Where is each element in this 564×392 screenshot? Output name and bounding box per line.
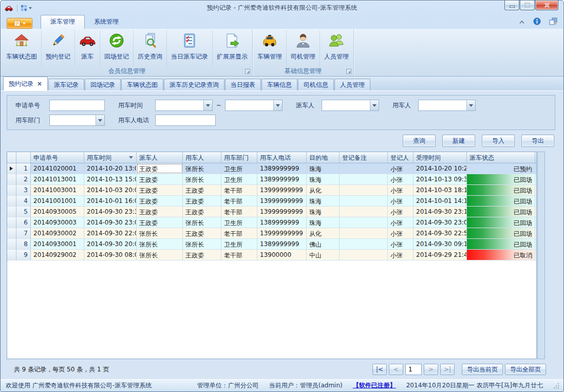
table-row[interactable]: 3201410030012014-10-03 20:00王政委王政委老干部139… <box>7 185 536 196</box>
grid-cell[interactable]: 2014-09-30 23:30 <box>84 207 137 217</box>
grid-cell[interactable]: 小张 <box>388 196 413 206</box>
grid-cell[interactable]: 20141020001 <box>31 163 84 174</box>
dialog-launcher-icon[interactable] <box>245 69 250 74</box>
grid-cell[interactable]: 张所长 <box>183 174 221 184</box>
grid-cell[interactable]: 小张 <box>388 217 413 228</box>
grid-cell[interactable] <box>340 250 388 260</box>
grid-cell[interactable]: 王政委 <box>137 196 183 206</box>
prev-page-button[interactable]: < <box>389 364 403 375</box>
quick-access-layout-button[interactable] <box>21 5 32 11</box>
history-query-button[interactable]: 历史查询 <box>134 30 167 66</box>
grid-cell[interactable]: 老干部 <box>221 196 257 206</box>
close-tab-icon[interactable]: × <box>37 80 42 87</box>
personnel-mgmt-button[interactable]: 人员管理 <box>320 30 353 66</box>
grid-cell[interactable]: 20140930001 <box>31 239 84 249</box>
table-row[interactable]: 5201409300052014-09-30 23:30王政委王政委老干部139… <box>7 207 536 217</box>
tab-return-records[interactable]: 回场记录 <box>85 79 121 90</box>
export-all-pages-button[interactable]: 导出全部页 <box>505 364 546 375</box>
grid-cell[interactable]: 小张 <box>388 163 413 174</box>
first-page-button[interactable]: |< <box>372 364 387 375</box>
grid-cell[interactable]: 珠海 <box>307 217 340 228</box>
table-row[interactable]: 7201409300022014-09-30 22:00张所长王政委老干部139… <box>7 228 536 239</box>
column-header[interactable]: 派车人 <box>137 152 183 163</box>
grid-cell[interactable] <box>340 207 388 217</box>
table-row[interactable]: 6201409300032014-09-30 23:00王政委张所长卫生所138… <box>7 217 536 228</box>
tab-vehicle-status-map[interactable]: 车辆状态图 <box>121 79 163 90</box>
grid-cell[interactable]: 张所长 <box>183 217 221 228</box>
grid-cell[interactable]: 小张 <box>388 174 413 184</box>
grid-cell[interactable]: 王政委 <box>137 185 183 195</box>
grid-cell[interactable]: 2014-10-01 14:19 <box>413 196 467 206</box>
vertical-scrollbar[interactable] <box>537 152 545 359</box>
grid-cell[interactable]: 小张 <box>388 250 413 260</box>
use-time-to-combobox[interactable] <box>225 100 283 111</box>
grid-cell[interactable]: 小张 <box>388 228 413 238</box>
vehicle-status-map-button[interactable]: 车辆状态图 <box>2 30 42 66</box>
table-row[interactable]: 8201409300012014-09-30 20:00张所长张所长卫生所138… <box>7 239 536 250</box>
grid-cell[interactable] <box>340 228 388 238</box>
order-no-input[interactable] <box>49 100 105 111</box>
grid-cell[interactable]: 小张 <box>388 185 413 195</box>
tab-dispatch-history-query[interactable]: 派车历史记录查询 <box>164 79 224 90</box>
grid-cell[interactable]: 20140929002 <box>31 250 84 260</box>
grid-cell[interactable]: 张所长 <box>137 239 183 249</box>
grid-cell[interactable]: 13999999999 <box>257 228 307 238</box>
grid-cell[interactable]: 20141001001 <box>31 196 84 206</box>
grid-cell[interactable]: 王政委 <box>183 185 221 195</box>
grid-cell[interactable]: 2014-10-03 20:00 <box>84 185 137 195</box>
vehicle-mgmt-button[interactable]: 车辆管理 <box>253 30 287 66</box>
phone-input[interactable] <box>155 115 216 126</box>
column-header[interactable]: 用车人 <box>183 152 221 163</box>
import-button[interactable]: 导入 <box>482 135 515 147</box>
column-header[interactable]: 目的地 <box>307 152 340 163</box>
grid-cell[interactable]: 王政委 <box>183 196 221 206</box>
grid-cell[interactable]: 2014-10-13 09:34 <box>413 174 467 184</box>
dispatch-status-cell[interactable]: 已回场 <box>467 185 535 195</box>
grid-cell[interactable]: 珠海 <box>307 196 340 206</box>
grid-cell[interactable] <box>340 163 388 174</box>
grid-cell[interactable]: 2014-09-30 20:00 <box>84 239 137 249</box>
grid-cell[interactable] <box>340 185 388 195</box>
column-header[interactable]: 用车部门 <box>221 152 257 163</box>
return-register-button[interactable]: 回场登记 <box>100 30 134 66</box>
column-header[interactable]: 受理时间 <box>413 152 467 163</box>
grid-cell[interactable]: 老干部 <box>221 207 257 217</box>
grid-cell[interactable]: 2014-10-03 18:11 <box>413 185 467 195</box>
grid-cell[interactable]: 1389999999 <box>257 217 307 228</box>
column-header[interactable]: 用车时间 <box>84 152 137 163</box>
dialog-launcher-icon[interactable] <box>346 69 351 74</box>
grid-cell[interactable] <box>340 196 388 206</box>
export-button[interactable]: 导出 <box>521 135 554 147</box>
grid-cell[interactable]: 卫生所 <box>221 217 257 228</box>
tab-dispatch-records[interactable]: 派车记录 <box>48 79 84 90</box>
grid-cell[interactable]: 1389999999 <box>257 239 307 249</box>
dispatch-button[interactable]: 派车 <box>75 30 100 66</box>
dispatch-status-cell[interactable]: 已回场 <box>467 196 535 206</box>
grid-cell[interactable]: 2014-09-30 08:00 <box>84 250 137 260</box>
dispatch-status-cell[interactable]: 已取消 <box>467 250 535 260</box>
table-row[interactable]: 4201410010012014-10-01 16:00王政委王政委老干部139… <box>7 196 536 207</box>
dispatch-status-cell[interactable]: 已回场 <box>467 174 535 184</box>
grid-cell[interactable]: 2014-09-30 23:14 <box>413 207 467 217</box>
query-button[interactable]: 查询 <box>403 135 436 147</box>
grid-cell[interactable]: 张所长 <box>183 239 221 249</box>
page-number-input[interactable] <box>405 364 422 375</box>
grid-cell[interactable]: 王政委 <box>183 228 221 238</box>
grid-cell[interactable]: 2014-09-30 22:00 <box>84 228 137 238</box>
column-header[interactable]: 登记备注 <box>340 152 388 163</box>
dispatch-status-cell[interactable]: 已回场 <box>467 239 535 249</box>
switch-window-icon[interactable] <box>549 17 557 27</box>
grid-cell[interactable]: 卫生所 <box>221 239 257 249</box>
grid-cell[interactable]: 20141013001 <box>31 174 84 184</box>
grid-cell[interactable]: 13999999999 <box>257 185 307 195</box>
app-menu-button[interactable] <box>7 18 32 29</box>
grid-cell[interactable]: 20140930005 <box>31 207 84 217</box>
license-registered-link[interactable]: 【软件已注册】 <box>353 381 396 390</box>
column-header[interactable]: 用车人电话 <box>257 152 307 163</box>
grid-cell[interactable]: 2014-09-30 23:05 <box>413 217 467 228</box>
driver-mgmt-button[interactable]: 司机管理 <box>287 30 320 66</box>
grid-cell[interactable]: 老干部 <box>221 250 257 260</box>
grid-cell[interactable]: 1389999999 <box>257 174 307 184</box>
dispatch-status-cell[interactable]: 已回场 <box>467 228 535 238</box>
grid-cell[interactable]: 2014-09-29 21:47 <box>413 250 467 260</box>
